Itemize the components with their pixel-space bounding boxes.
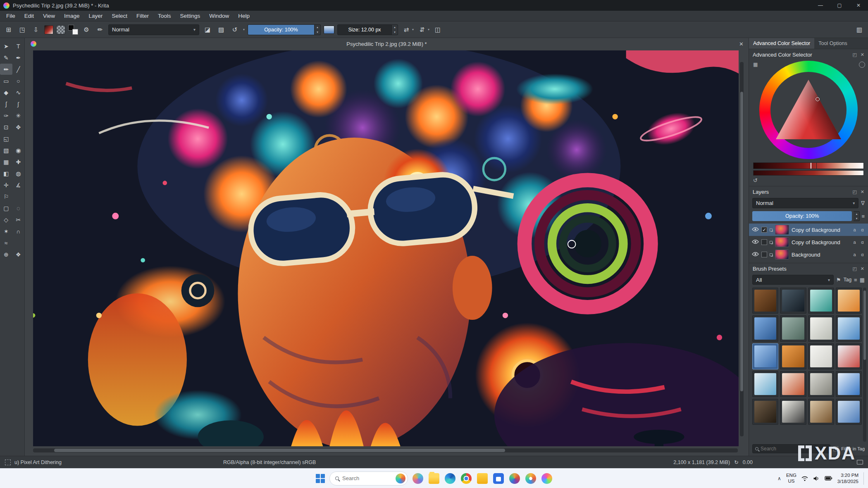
tool-bezier-select[interactable]: ≈ bbox=[0, 237, 12, 248]
layer-filter-icon[interactable]: ∇ bbox=[861, 200, 865, 206]
brush-preset-13[interactable] bbox=[752, 371, 778, 397]
layer-row[interactable]: Backgroundaα bbox=[749, 248, 868, 261]
gradient-chip[interactable] bbox=[324, 26, 334, 34]
taskbar-search[interactable] bbox=[329, 471, 408, 486]
alpha-lock-icon[interactable]: a bbox=[852, 252, 857, 257]
color-history-icon[interactable] bbox=[859, 62, 865, 68]
tool-freehand-select[interactable]: ✂ bbox=[12, 214, 25, 225]
alpha-lock-icon[interactable]: a bbox=[852, 227, 857, 232]
horizontal-scroll-thumb[interactable] bbox=[54, 449, 505, 452]
canvas-rotation-icon[interactable]: ↻ bbox=[734, 459, 738, 465]
menu-settings[interactable]: Settings bbox=[175, 11, 205, 21]
brush-preset-15[interactable] bbox=[808, 371, 834, 397]
tool-rectangle[interactable]: ▭ bbox=[0, 75, 12, 86]
close-docker-icon[interactable]: ✕ bbox=[861, 52, 864, 57]
display-profile-icon[interactable] bbox=[857, 460, 863, 464]
layer-properties-icon[interactable]: ≡ bbox=[861, 213, 865, 219]
tool-pan[interactable]: ❖ bbox=[12, 249, 25, 260]
foreground-background-colors[interactable] bbox=[68, 25, 78, 35]
tool-freehand-path[interactable]: ∫ bbox=[12, 98, 25, 110]
selector-settings-icon[interactable]: ▦ bbox=[753, 62, 758, 67]
taskbar-clock[interactable]: 3:20 PM 3/18/2025 bbox=[837, 472, 858, 484]
tool-bezier-curve[interactable]: ʃ bbox=[0, 98, 12, 110]
show-desktop-button[interactable] bbox=[863, 472, 865, 485]
size-spinner[interactable]: ▴▾ bbox=[392, 24, 398, 35]
brush-preset-2[interactable] bbox=[780, 288, 806, 314]
chrome-icon[interactable] bbox=[461, 473, 472, 484]
brush-preset-11[interactable] bbox=[808, 343, 834, 369]
preserve-alpha-icon[interactable]: ▨ bbox=[216, 24, 227, 35]
shade-swatch-strip[interactable] bbox=[753, 170, 864, 176]
search-highlights-icon[interactable] bbox=[396, 474, 405, 483]
tool-enclose-fill[interactable]: ◍ bbox=[12, 168, 25, 179]
tag-icon[interactable]: ⚑ bbox=[836, 277, 841, 283]
tool-rectangular-select[interactable]: ▢ bbox=[0, 202, 12, 214]
tool-calligraphy[interactable]: ✒ bbox=[12, 52, 25, 63]
gradient-swatch[interactable] bbox=[44, 25, 53, 34]
brush-preset-16[interactable] bbox=[836, 371, 862, 397]
tool-crop[interactable]: ◱ bbox=[0, 133, 12, 144]
alpha-lock-icon[interactable]: a bbox=[852, 240, 857, 245]
tool-polygonal-select[interactable]: ◇ bbox=[0, 214, 12, 225]
layer-checkbox[interactable] bbox=[761, 252, 767, 257]
layer-blend-mode-select[interactable]: Normal ▾ bbox=[752, 198, 858, 208]
brush-preset-6[interactable] bbox=[780, 315, 806, 341]
tool-transform[interactable]: ⊡ bbox=[0, 121, 12, 133]
menu-window[interactable]: Window bbox=[205, 11, 234, 21]
menu-layer[interactable]: Layer bbox=[84, 11, 107, 21]
tool-edit-shapes[interactable]: ✎ bbox=[0, 52, 12, 63]
brush-grid-scrollbar[interactable] bbox=[863, 288, 866, 442]
browser-3-icon[interactable] bbox=[525, 473, 536, 484]
tool-color-sampler[interactable]: ◉ bbox=[12, 145, 25, 156]
layer-opacity-spinner[interactable]: ▴▾ bbox=[854, 211, 860, 221]
menu-select[interactable]: Select bbox=[107, 11, 132, 21]
canvas-artwork[interactable] bbox=[33, 50, 739, 446]
tool-line[interactable]: ╱ bbox=[12, 64, 25, 75]
tool-dynamic-brush[interactable]: ✑ bbox=[0, 110, 12, 121]
brush-preset-4[interactable] bbox=[836, 288, 862, 314]
visibility-eye-icon[interactable] bbox=[752, 252, 759, 258]
brush-preset-1[interactable] bbox=[752, 288, 778, 314]
menu-edit[interactable]: Edit bbox=[20, 11, 38, 21]
tool-ellipse[interactable]: ○ bbox=[12, 75, 25, 86]
volume-icon[interactable] bbox=[813, 476, 820, 481]
menu-tools[interactable]: Tools bbox=[153, 11, 176, 21]
brush-settings-icon[interactable]: ⚙ bbox=[81, 24, 92, 35]
layer-opacity-slider[interactable]: Opacity: 100% bbox=[752, 211, 852, 221]
file-explorer-icon[interactable] bbox=[429, 473, 439, 484]
float-docker-icon[interactable]: ◰ bbox=[852, 189, 856, 195]
folder-icon[interactable] bbox=[477, 473, 488, 484]
krita-icon[interactable] bbox=[541, 473, 552, 484]
tool-zoom[interactable]: ⊕ bbox=[0, 249, 12, 260]
reload-dropdown-icon[interactable]: ▾ bbox=[243, 28, 245, 31]
tool-similar-color-select[interactable]: ✶ bbox=[0, 226, 12, 237]
inherit-alpha-icon[interactable]: α bbox=[860, 227, 865, 232]
inherit-alpha-icon[interactable]: α bbox=[860, 240, 865, 245]
close-docker-icon[interactable]: ✕ bbox=[861, 189, 864, 195]
tool-magnetic-select[interactable]: ∩ bbox=[12, 226, 25, 237]
wifi-icon[interactable] bbox=[801, 476, 808, 481]
grid-view-icon[interactable]: ▦ bbox=[860, 277, 865, 283]
tool-assistants[interactable]: ✛ bbox=[0, 179, 12, 190]
brush-preset-12[interactable] bbox=[836, 343, 862, 369]
save-icon[interactable]: ⇩ bbox=[31, 24, 41, 35]
brush-filter-select[interactable]: All ▾ bbox=[752, 275, 834, 285]
mirror-horizontal-button[interactable]: ⇄ ▾ bbox=[401, 24, 414, 35]
layer-checkbox[interactable] bbox=[761, 239, 767, 245]
refresh-shades-icon[interactable]: ↺ bbox=[753, 177, 758, 183]
brush-preset-5[interactable] bbox=[752, 315, 778, 341]
tool-text[interactable]: T bbox=[12, 40, 25, 52]
opacity-spinner[interactable]: ▴▾ bbox=[315, 24, 321, 35]
float-docker-icon[interactable]: ◰ bbox=[852, 52, 856, 57]
brush-preset-8[interactable] bbox=[836, 315, 862, 341]
taskbar-search-input[interactable] bbox=[342, 475, 392, 481]
open-document-icon[interactable]: ◳ bbox=[17, 24, 28, 35]
tool-freehand-brush[interactable]: ✏ bbox=[0, 64, 12, 75]
canvas-vertical-scrollbar[interactable] bbox=[740, 62, 744, 436]
tool-smart-patch[interactable]: ✚ bbox=[12, 156, 25, 167]
minimize-button[interactable]: — bbox=[811, 0, 830, 11]
browser-2-icon[interactable] bbox=[509, 473, 520, 484]
battery-icon[interactable] bbox=[825, 476, 832, 481]
tab-advanced-color-selector[interactable]: Advanced Color Selector bbox=[749, 38, 814, 49]
layer-row[interactable]: Copy of Backgroundaα bbox=[749, 236, 868, 248]
